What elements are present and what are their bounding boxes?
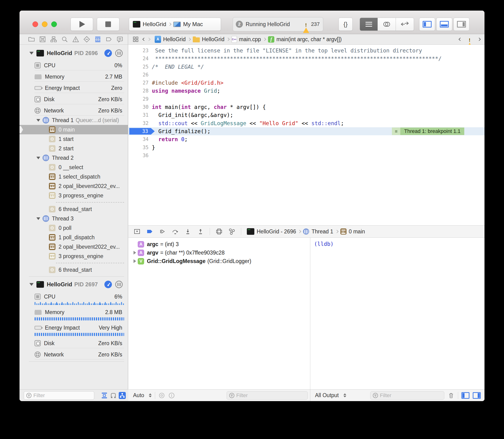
minimize-window-button[interactable]: [42, 21, 47, 27]
gauge-row-network[interactable]: NetworkZero KB/s: [20, 348, 128, 359]
console-view[interactable]: (lldb): [310, 238, 484, 389]
stack-frame-row[interactable]: 3 progress_engine: [20, 191, 128, 200]
step-over-button[interactable]: [172, 228, 179, 235]
activity-view[interactable]: 2 Running HelloGrid 237: [233, 17, 323, 31]
view-process-by-queue-icon[interactable]: [119, 392, 126, 399]
navigator-filter-input[interactable]: [33, 392, 92, 399]
profile-in-instruments-button[interactable]: [104, 281, 112, 288]
previous-issue-button[interactable]: [459, 38, 462, 41]
debug-navigator-icon-selected[interactable]: [94, 36, 101, 43]
gauge-row-memory[interactable]: Memory2.8 MB: [20, 306, 128, 320]
debug-view-hierarchy-button[interactable]: [216, 228, 223, 235]
expand-triangle-icon[interactable]: [132, 251, 138, 255]
stack-frame-row[interactable]: 0 main: [20, 125, 128, 134]
standard-editor-button[interactable]: [360, 18, 378, 31]
search-navigator-icon[interactable]: [61, 36, 68, 43]
process-row[interactable]: HelloGridPID 2696: [20, 47, 128, 59]
symbol-navigator-icon[interactable]: [50, 36, 57, 43]
test-navigator-icon[interactable]: [83, 36, 90, 43]
zoom-window-button[interactable]: [51, 21, 57, 27]
console-filter-field[interactable]: [370, 391, 444, 400]
memory-report-button[interactable]: [115, 49, 123, 57]
stack-frame-row[interactable]: ⚙2 start: [20, 144, 128, 153]
stack-frame-row[interactable]: ⚙6 thread_start: [20, 205, 128, 214]
print-description-button[interactable]: [168, 392, 175, 399]
issue-navigator-icon[interactable]: [72, 36, 79, 43]
breakpoint-marker[interactable]: 33: [129, 128, 155, 134]
navigator-filter-field[interactable]: [24, 391, 94, 400]
source-editor[interactable]: 23 See the full license in the file "LIC…: [128, 45, 484, 225]
stack-frame-row[interactable]: ⚙6 thread_start: [20, 265, 128, 275]
console-output-popup[interactable]: All Output: [315, 392, 339, 399]
gauge-row-disk[interactable]: DiskZero KB/s: [20, 93, 128, 104]
close-window-button[interactable]: [33, 21, 38, 27]
console-filter-input[interactable]: [380, 392, 442, 399]
filter-crashed-threads-icon[interactable]: [110, 392, 117, 399]
stop-button[interactable]: [97, 18, 119, 31]
variables-scope-popup[interactable]: Auto: [133, 392, 144, 399]
breakpoint-annotation[interactable]: ≡Thread 1: breakpoint 1.1: [392, 128, 464, 135]
gauge-row-energy-impact[interactable]: Energy ImpactVery High: [20, 321, 128, 336]
stack-frame-row[interactable]: 2 opal_libevent2022_ev...: [20, 242, 128, 252]
variable-row[interactable]: VGrid::GridLogMessage(Grid::GridLogger): [132, 257, 310, 265]
gauge-row-memory[interactable]: Memory2.7 MB: [20, 70, 128, 82]
report-navigator-icon[interactable]: [116, 36, 123, 43]
show-console-button[interactable]: [473, 392, 481, 399]
gauge-row-energy-impact[interactable]: Energy ImpactZero: [20, 82, 128, 93]
version-editor-button[interactable]: [396, 18, 414, 31]
clear-console-button[interactable]: [448, 392, 455, 399]
toggle-navigator-button[interactable]: [419, 18, 435, 31]
breadcrumb-file[interactable]: C++ main.cpp: [232, 36, 261, 43]
stack-frame-row[interactable]: ⚙1 start: [20, 134, 128, 144]
variable-row[interactable]: Aargv= (char **) 0x7ffee9039c28: [132, 248, 310, 257]
process-row[interactable]: HelloGridPID 2697: [20, 279, 128, 290]
breadcrumb-project[interactable]: A HelloGrid: [155, 36, 186, 43]
next-issue-button[interactable]: [477, 38, 481, 41]
toggle-debug-area-button[interactable]: [436, 18, 452, 31]
step-out-button[interactable]: [197, 228, 204, 235]
breadcrumb-symbol[interactable]: f main(int argc, char * argv[]): [268, 36, 341, 43]
thread-row[interactable]: Thread 3: [20, 214, 128, 223]
go-back-button[interactable]: [142, 38, 146, 41]
show-variables-view-button[interactable]: [461, 392, 469, 399]
related-items-icon[interactable]: [133, 36, 139, 42]
expand-triangle-icon[interactable]: [132, 259, 138, 263]
stack-frame-row[interactable]: 3 progress_engine: [20, 252, 128, 261]
run-button[interactable]: [70, 18, 93, 31]
stack-frame-row[interactable]: 1 select_dispatch: [20, 172, 128, 181]
gauge-row-cpu[interactable]: CPU0%: [20, 59, 128, 70]
scheme-selector[interactable]: HelloGrid My Mac: [129, 18, 221, 31]
breakpoints-enabled-button[interactable]: [146, 228, 153, 235]
debug-area-split-divider[interactable]: [310, 238, 310, 401]
variable-row[interactable]: Aargc= (int) 3: [132, 240, 310, 248]
stack-frame-row[interactable]: ⚙0 __select: [20, 163, 128, 172]
debug-process[interactable]: HelloGrid - 2696: [257, 228, 296, 235]
profile-in-instruments-button[interactable]: [104, 49, 112, 57]
warning-count[interactable]: 237: [303, 21, 320, 27]
debug-memory-graph-button[interactable]: [228, 228, 235, 235]
stack-frame-row[interactable]: 1 poll_dispatch: [20, 233, 128, 242]
step-into-button[interactable]: [184, 228, 191, 235]
variables-filter-input[interactable]: [236, 392, 305, 399]
breadcrumb-group[interactable]: HelloGrid: [193, 36, 224, 43]
thread-row[interactable]: Thread 2: [20, 153, 128, 163]
project-navigator-icon[interactable]: [28, 36, 35, 43]
stack-frame-row[interactable]: 2 opal_libevent2022_ev...: [20, 181, 128, 191]
continue-button[interactable]: [159, 228, 166, 235]
warning-icon[interactable]: [467, 37, 473, 42]
assistant-editor-button[interactable]: [378, 18, 396, 31]
code-snippets-button[interactable]: {}: [339, 18, 353, 31]
stack-frame-row[interactable]: ⚙0 poll: [20, 223, 128, 233]
variables-filter-field[interactable]: [227, 391, 308, 400]
gauge-row-network[interactable]: NetworkZero KB/s: [20, 104, 128, 116]
memory-report-button[interactable]: [115, 281, 123, 288]
thread-row[interactable]: Thread 1Queue:...d (serial): [20, 116, 128, 125]
quick-look-button[interactable]: [158, 392, 165, 399]
variables-view[interactable]: Aargc= (int) 3Aargv= (char **) 0x7ffee90…: [128, 238, 310, 389]
gauge-row-cpu[interactable]: CPU6%: [20, 290, 128, 305]
filter-frames-with-symbols-icon[interactable]: [101, 392, 108, 399]
go-forward-button[interactable]: [147, 38, 151, 41]
debug-frame[interactable]: 0 main: [349, 228, 365, 235]
gauge-row-disk[interactable]: DiskZero KB/s: [20, 337, 128, 348]
breakpoint-navigator-icon[interactable]: [105, 36, 112, 43]
